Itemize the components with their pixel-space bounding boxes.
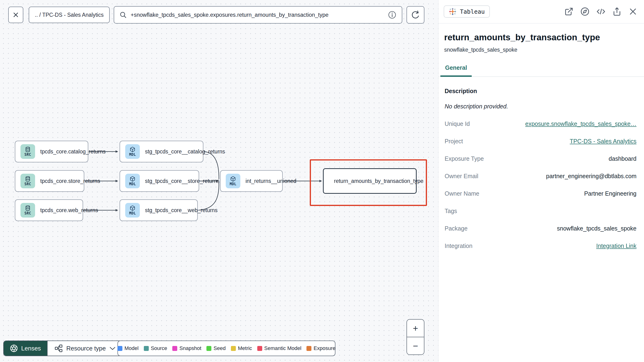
resource-type-label: Resource type <box>66 345 106 352</box>
lineage-node-int-returns-unioned[interactable]: MDL int_returns__unioned <box>220 170 283 192</box>
lineage-search[interactable] <box>114 6 402 24</box>
lenses-label: Lenses <box>21 345 41 352</box>
detail-row-unique-id: Unique Id exposure.snowflake_tpcds_sales… <box>445 120 636 127</box>
lineage-node-stg-catalog-returns[interactable]: MDL stg_tpcds_core__catalog_returns <box>120 141 203 162</box>
source-badge: SRC <box>20 144 35 159</box>
model-color-swatch <box>118 346 122 351</box>
tableau-logo-icon <box>449 8 456 15</box>
lineage-node-tpcds-core-store-returns[interactable]: SRC tpcds_core.store_returns <box>15 170 84 192</box>
lineage-canvas[interactable]: .. / TPC-DS - Sales Analytics <box>0 0 438 362</box>
cube-icon <box>130 176 135 182</box>
project-link[interactable]: TPC-DS - Sales Analytics <box>570 138 636 145</box>
seed-color-swatch <box>206 346 211 351</box>
close-panel-button[interactable] <box>628 7 638 16</box>
package-value: snowflake_tpcds_sales_spoke <box>557 225 636 232</box>
lenses-button[interactable]: Lenses <box>4 341 47 356</box>
cube-icon <box>130 205 135 211</box>
code-icon <box>596 7 606 16</box>
package-subtitle: snowflake_tpcds_sales_spoke <box>444 47 638 53</box>
close-icon <box>628 7 638 16</box>
close-icon <box>12 11 19 18</box>
detail-row-tags: Tags <box>445 208 636 215</box>
database-icon <box>25 176 30 182</box>
resource-hierarchy-icon <box>54 344 62 352</box>
breadcrumb[interactable]: .. / TPC-DS - Sales Analytics <box>29 7 110 23</box>
model-badge: MDL <box>226 174 240 188</box>
snapshot-color-swatch <box>172 346 177 351</box>
semantic-model-color-swatch <box>257 346 262 351</box>
breadcrumb-label: .. / TPC-DS - Sales Analytics <box>35 12 104 18</box>
refresh-graph-button[interactable] <box>406 6 424 24</box>
detail-row-exposure-type: Exposure Type dashboard <box>445 155 636 162</box>
metric-color-swatch <box>231 346 236 351</box>
search-input[interactable] <box>131 12 384 18</box>
detail-row-owner-email: Owner Email partner_engineering@dbtlabs.… <box>445 173 636 179</box>
cube-icon <box>130 147 135 152</box>
owner-email-value: partner_engineering@dbtlabs.com <box>546 173 636 179</box>
zoom-in-button[interactable]: + <box>407 320 424 337</box>
legend-item-semantic-model: Semantic Model <box>257 345 302 351</box>
legend-item-metric: Metric <box>231 345 252 351</box>
model-badge: MDL <box>125 203 140 218</box>
resource-type-dropdown[interactable]: Resource type <box>47 341 122 356</box>
detail-row-project: Project TPC-DS - Sales Analytics <box>445 138 636 145</box>
lineage-node-exposure-return-amounts[interactable]: return_amounts_by_transaction_type <box>323 168 416 194</box>
open-external-button[interactable] <box>564 7 574 16</box>
tab-general[interactable]: General <box>440 64 472 77</box>
zoom-out-button[interactable]: − <box>407 337 424 354</box>
detail-row-owner-name: Owner Name Partner Engineering <box>445 190 636 197</box>
info-icon[interactable] <box>388 10 396 19</box>
database-icon <box>25 205 30 211</box>
aperture-icon <box>10 344 18 352</box>
external-link-icon <box>564 7 574 16</box>
explore-lineage-button[interactable] <box>580 7 590 16</box>
lineage-node-stg-store-returns[interactable]: MDL stg_tpcds_core__store_returns <box>120 170 199 192</box>
panel-tabs: General <box>438 64 644 77</box>
unique-id-link[interactable]: exposure.snowflake_tpcds_sales_spoke… <box>525 120 637 127</box>
close-graph-button[interactable] <box>8 7 23 23</box>
legend-item-source: Source <box>144 345 167 351</box>
model-badge: MDL <box>125 144 140 159</box>
zoom-controls: + − <box>406 319 424 355</box>
tableau-integration-badge[interactable]: Tableau <box>444 6 490 18</box>
owner-name-value: Partner Engineering <box>584 190 636 197</box>
lineage-node-tpcds-core-catalog-returns[interactable]: SRC tpcds_core.catalog_returns <box>15 141 88 162</box>
refresh-icon <box>410 10 420 20</box>
database-icon <box>25 147 30 152</box>
panel-header: Tableau <box>438 0 644 24</box>
panel-body: Description No description provided. Uni… <box>438 77 644 249</box>
model-badge: MDL <box>125 174 140 188</box>
description-heading: Description <box>445 88 636 95</box>
exposure-details-panel: Tableau return_amounts_b <box>438 0 644 362</box>
panel-actions <box>564 7 638 16</box>
search-icon <box>119 11 127 19</box>
source-badge: SRC <box>20 203 35 218</box>
legend-item-model: Model <box>118 345 139 351</box>
share-button[interactable] <box>612 7 622 16</box>
lineage-node-stg-web-returns[interactable]: MDL stg_tpcds_core__web_returns <box>120 199 198 221</box>
lineage-node-tpcds-core-web-returns[interactable]: SRC tpcds_core.web_returns <box>15 199 83 221</box>
legend-item-seed: Seed <box>206 345 226 351</box>
source-badge: SRC <box>20 174 35 188</box>
resource-type-legend: Model Source Snapshot Seed Metric Semant… <box>118 340 336 356</box>
legend-item-exposure: Exposure <box>306 345 336 351</box>
lenses-toolbar: Lenses Resource type <box>3 340 123 356</box>
detail-row-package: Package snowflake_tpcds_sales_spoke <box>445 225 636 232</box>
exposure-color-swatch <box>306 346 312 351</box>
share-icon <box>612 7 622 16</box>
chevron-down-icon <box>110 347 115 350</box>
detail-row-integration: Integration Integration Link <box>445 243 636 249</box>
source-color-swatch <box>144 346 149 351</box>
exposure-type-value: dashboard <box>609 155 636 162</box>
dbt-explorer-lineage-view: .. / TPC-DS - Sales Analytics <box>0 0 644 362</box>
compass-icon <box>580 7 590 16</box>
cube-icon <box>230 176 236 182</box>
integration-link[interactable]: Integration Link <box>596 243 636 249</box>
integration-badge-label: Tableau <box>460 8 485 15</box>
page-title: return_amounts_by_transaction_type <box>444 33 638 42</box>
description-text: No description provided. <box>445 103 636 110</box>
view-code-button[interactable] <box>596 7 606 16</box>
legend-item-snapshot: Snapshot <box>172 345 201 351</box>
